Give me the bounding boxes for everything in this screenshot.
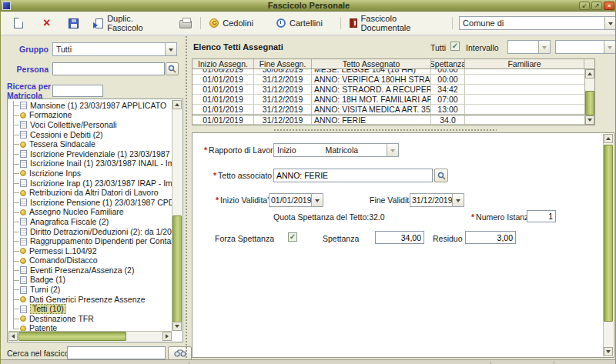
close-button[interactable]: × <box>604 2 614 10</box>
tree-item[interactable]: Retribuzioni da Altri Datori di Lavoro <box>8 188 172 198</box>
tree-item[interactable]: Iscrizione Previdenziale (1) 23/03/1987 … <box>8 149 172 159</box>
duplica-fascicolo-button[interactable]: Duplic. Fascicolo <box>93 12 165 34</box>
chevron-down-icon[interactable] <box>604 41 615 53</box>
tree-item[interactable]: Voci Collettive/Personali <box>8 120 172 130</box>
tree-item[interactable]: Badge (1) <box>8 276 172 286</box>
chevron-down-icon[interactable] <box>452 194 464 206</box>
scroll-down-icon[interactable] <box>585 115 594 125</box>
ricerca-matricola-input[interactable] <box>52 85 103 97</box>
spettanza-input[interactable] <box>375 231 424 244</box>
forza-spettanza-label: Forza Spettanza <box>215 234 274 243</box>
tree-item-label: Cessioni e Debiti (2) <box>30 131 103 139</box>
print-button[interactable] <box>177 16 194 30</box>
table-row[interactable]: 01/01/201931/12/2019ANNO: VERIFICA 180HH… <box>192 75 594 85</box>
intervallo-combo-to[interactable] <box>555 40 616 54</box>
chevron-down-icon[interactable] <box>538 41 550 53</box>
scrollbar-thumb[interactable] <box>604 145 613 322</box>
table-cell: 31/12/2019 <box>254 75 312 84</box>
cartellini-button[interactable]: Cartellini <box>274 17 325 29</box>
tree-item[interactable]: Iscrizione Inps <box>8 169 172 179</box>
tree-vertical-scrollbar[interactable] <box>172 100 182 331</box>
tree-item[interactable]: Assegno Nucleo Familiare <box>8 208 172 218</box>
chevron-down-icon[interactable] <box>604 17 616 29</box>
form-vertical-scrollbar[interactable] <box>603 134 613 356</box>
scroll-right-icon[interactable] <box>162 332 172 341</box>
tree-item[interactable]: Dati Generici Presenze Assenze <box>8 295 172 305</box>
required-marker: * <box>204 145 207 155</box>
tree-item[interactable]: Iscrizione Pensione (1) 23/03/1987 CPDEL… <box>8 198 172 208</box>
scrollbar-thumb[interactable] <box>172 215 182 323</box>
inizio-validita-combo[interactable]: 01/01/2019 <box>269 193 323 207</box>
vertical-splitter[interactable] <box>185 35 188 359</box>
column-header[interactable]: Spettanza <box>431 59 465 68</box>
persona-search-button[interactable] <box>166 62 179 75</box>
chevron-down-icon[interactable] <box>311 194 323 206</box>
column-header[interactable]: Tetto Assegnato <box>312 59 431 68</box>
tetto-associato-input[interactable] <box>273 169 433 182</box>
tree-item[interactable]: Mansione (1) 23/03/1987 APPLICATO <box>8 101 172 111</box>
tetto-search-button[interactable] <box>434 169 448 182</box>
tree-item[interactable]: Cessioni e Debiti (2) <box>8 130 172 140</box>
column-header[interactable]: Inizio Assegn. <box>192 59 254 68</box>
intervallo-label: Intervallo <box>466 43 499 52</box>
tree-item[interactable]: Iscrizione Irap (1) 23/03/1987 IRAP - Im… <box>8 179 172 189</box>
tutti-checkbox[interactable]: ✓ <box>450 42 460 51</box>
tree-horizontal-scrollbar[interactable] <box>8 331 172 341</box>
rapporto-di-lavoro-combo[interactable]: InizioMatricola <box>273 143 399 157</box>
maximize-button[interactable]: ↗ <box>591 2 602 10</box>
save-button[interactable] <box>66 17 81 30</box>
forza-spettanza-checkbox[interactable]: ✓ <box>288 232 297 242</box>
scrollbar-thumb[interactable] <box>18 332 126 341</box>
tree-item[interactable]: Diritto Detrazioni/Deduzioni (2): da 1/2… <box>8 227 172 237</box>
cedolini-button[interactable]: C Cedolini <box>207 17 256 29</box>
horizontal-splitter[interactable] <box>273 129 497 132</box>
restore-down-button[interactable]: ↙ <box>579 2 590 10</box>
cerca-fascicolo-input[interactable] <box>67 346 166 359</box>
quota-spettanza-text: Quota Spettanza del Tetto:32.0 <box>273 212 385 222</box>
table-row[interactable]: 01/01/201931/12/2019ANNO: VISITA MEDICA … <box>192 105 594 115</box>
fascicolo-documentale-button[interactable]: Fascicolo Documentale <box>347 12 440 34</box>
scroll-down-icon[interactable] <box>172 322 182 331</box>
tree-item[interactable]: Raggruppamento Dipendenti per Contabiliz… <box>8 236 172 246</box>
numero-istanze-input[interactable] <box>527 210 556 222</box>
scroll-up-icon[interactable] <box>604 134 613 143</box>
column-header[interactable]: Familiare <box>465 59 584 68</box>
tree-item[interactable]: Iscrizione Inail (1) 23/03/1987 INAIL - … <box>8 159 172 169</box>
chevron-down-icon[interactable] <box>387 144 398 156</box>
tree-item-label: Badge (1) <box>30 276 65 284</box>
tree-item[interactable]: Formazione <box>8 111 172 121</box>
gruppo-combo[interactable]: Tutti <box>52 42 177 56</box>
tree-item[interactable]: Patente <box>8 324 172 331</box>
table-row[interactable]: 01/01/201931/12/2019ANNO: FERIE34.0 <box>192 115 594 125</box>
fine-validita-combo[interactable]: 31/12/2019 <box>410 193 464 207</box>
tree-item[interactable]: Turni (2) <box>8 285 172 295</box>
comune-combo[interactable]: Comune di <box>459 16 616 30</box>
tree-item[interactable]: Comando/Distacco <box>8 256 172 266</box>
column-header[interactable]: Fine Assegn. <box>254 59 312 68</box>
gruppo-combo-value: Tutti <box>53 43 165 55</box>
persona-input[interactable] <box>52 62 165 75</box>
residuo-input[interactable] <box>465 231 516 244</box>
tree-item[interactable]: Permessi L.104/92 <box>8 246 172 256</box>
tree-item[interactable]: Destinazione TFR <box>8 314 172 324</box>
chevron-down-icon[interactable] <box>165 43 176 55</box>
table-row[interactable]: 01/06/201930/06/2019MESE: LEGGE 104 (18 … <box>192 69 594 75</box>
scroll-up-icon[interactable] <box>172 100 182 109</box>
table-vertical-scrollbar[interactable] <box>584 69 594 125</box>
scroll-down-icon[interactable] <box>604 347 613 356</box>
table-cell: 31/12/2019 <box>254 95 312 104</box>
scroll-up-icon[interactable] <box>585 69 594 78</box>
table-row[interactable]: 01/01/201931/12/2019ANNO: STRAORD. A REC… <box>192 85 594 95</box>
tree-item[interactable]: Anagrafica Fiscale (2) <box>8 217 172 227</box>
scroll-left-icon[interactable] <box>8 332 18 341</box>
table-cell: 31/12/2019 <box>254 105 312 114</box>
tree-item[interactable]: Tessera Sindacale <box>8 139 172 149</box>
delete-button[interactable]: × <box>41 16 52 30</box>
table-row[interactable]: 01/01/201931/12/2019ANNO: 18H MOT. FAMIL… <box>192 95 594 105</box>
tree-item[interactable]: Eventi Presenza/Assenza (2) <box>8 265 172 276</box>
intervallo-combo-from[interactable] <box>507 40 551 54</box>
tree-item[interactable]: Tetti (10) <box>8 304 172 314</box>
scrollbar-thumb[interactable] <box>585 91 594 115</box>
new-button[interactable] <box>12 16 25 30</box>
tetti-assegnati-table: Inizio Assegn.Fine Assegn.Tetto Assegnat… <box>192 58 595 125</box>
